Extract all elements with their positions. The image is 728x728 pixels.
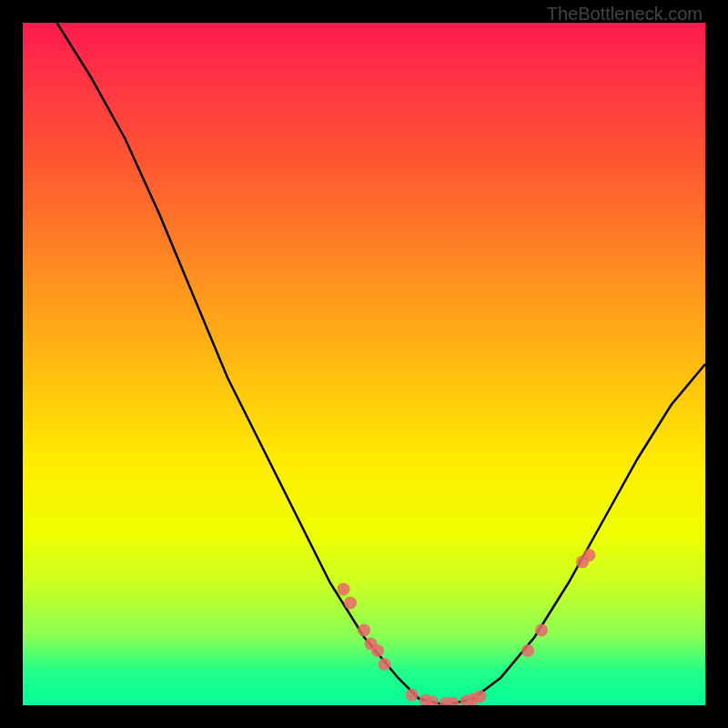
chart-container: TheBottleneck.com — [0, 0, 728, 728]
data-marker — [358, 624, 370, 637]
data-marker — [535, 624, 548, 637]
data-marker — [338, 583, 350, 596]
data-marker — [379, 658, 391, 671]
data-marker — [521, 644, 534, 657]
data-marker — [583, 549, 596, 561]
data-markers — [338, 549, 596, 705]
data-marker — [406, 689, 419, 702]
bottleneck-curve — [57, 23, 706, 705]
curve-svg — [23, 23, 705, 705]
plot-area — [23, 23, 705, 705]
data-marker — [474, 690, 487, 703]
data-marker — [344, 597, 357, 610]
data-marker — [371, 644, 384, 657]
watermark-text: TheBottleneck.com — [547, 4, 703, 25]
